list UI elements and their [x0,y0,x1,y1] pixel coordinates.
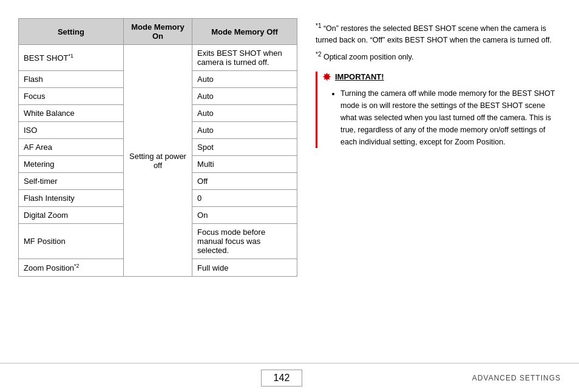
footnote-1: *1 “On” restores the selected BEST SHOT … [316,21,561,46]
header-mode-on: Mode Memory On [123,19,192,45]
mode-off-cell: Full wide [192,259,297,277]
important-body: Turning the camera off while mode memory… [322,87,561,148]
footnote-2-num: *2 [316,51,321,58]
mode-off-cell: Multi [192,156,297,173]
important-label: IMPORTANT! [335,72,384,81]
mode-off-cell: Exits BEST SHOT when camera is turned of… [192,45,297,71]
setting-cell: Flash [19,71,124,88]
setting-cell: White Balance [19,105,124,122]
mode-off-cell: Auto [192,105,297,122]
page-container: Setting Mode Memory On Mode Memory Off B… [0,0,579,392]
mode-off-cell: On [192,207,297,224]
main-content: Setting Mode Memory On Mode Memory Off B… [0,0,579,363]
setting-cell: ISO [19,122,124,139]
setting-cell: Zoom Position*2 [19,259,124,277]
mode-off-cell: 0 [192,190,297,207]
setting-cell: Focus [19,88,124,105]
important-header: ✸ IMPORTANT! [322,72,561,83]
setting-cell: Flash Intensity [19,190,124,207]
footnote-2-text: Optical zoom position only. [323,53,413,61]
setting-cell: Metering [19,156,124,173]
mode-off-cell: Auto [192,122,297,139]
mode-on-cell: Setting at power off [123,45,192,277]
footnote-1-num: *1 [316,22,321,29]
setting-cell: AF Area [19,139,124,156]
mode-off-cell: Auto [192,71,297,88]
right-column: *1 “On” restores the selected BEST SHOT … [316,18,561,351]
footer-page: 142 [261,370,303,387]
setting-cell: BEST SHOT*1 [19,45,124,71]
header-mode-off: Mode Memory Off [192,19,297,45]
mode-off-cell: Focus mode before manual focus was selec… [192,224,297,259]
footnote-2: *2 Optical zoom position only. [316,50,561,63]
setting-cell: Self-timer [19,173,124,190]
mode-off-cell: Off [192,173,297,190]
important-text: Turning the camera off while mode memory… [340,87,561,148]
settings-table: Setting Mode Memory On Mode Memory Off B… [18,18,297,277]
mode-off-cell: Spot [192,139,297,156]
left-column: Setting Mode Memory On Mode Memory Off B… [18,18,297,351]
setting-cell: MF Position [19,224,124,259]
footer: 142 ADVANCED SETTINGS [0,363,579,392]
setting-cell: Digital Zoom [19,207,124,224]
mode-off-cell: Auto [192,88,297,105]
important-star-icon: ✸ [322,72,331,83]
footer-section: ADVANCED SETTINGS [472,374,561,382]
header-setting: Setting [19,19,124,45]
footnote-1-text: “On” restores the selected BEST SHOT sce… [316,24,552,44]
table-row: BEST SHOT*1Setting at power offExits BES… [19,45,297,71]
important-box: ✸ IMPORTANT! Turning the camera off whil… [316,72,561,148]
